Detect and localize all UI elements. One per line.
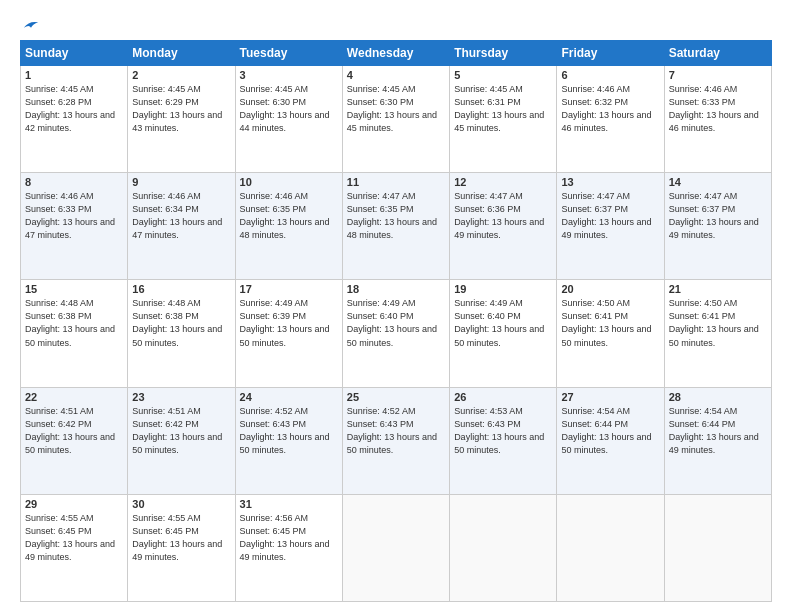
logo-bird-icon xyxy=(22,18,40,32)
day-info: Sunrise: 4:46 AM Sunset: 6:35 PM Dayligh… xyxy=(240,190,338,242)
day-number: 12 xyxy=(454,176,552,188)
day-number: 23 xyxy=(132,391,230,403)
day-number: 4 xyxy=(347,69,445,81)
calendar-week-1: 1 Sunrise: 4:45 AM Sunset: 6:28 PM Dayli… xyxy=(21,66,772,173)
header xyxy=(20,18,772,32)
day-info: Sunrise: 4:52 AM Sunset: 6:43 PM Dayligh… xyxy=(347,405,445,457)
day-number: 14 xyxy=(669,176,767,188)
day-number: 28 xyxy=(669,391,767,403)
day-number: 19 xyxy=(454,283,552,295)
calendar-cell xyxy=(664,494,771,601)
day-number: 21 xyxy=(669,283,767,295)
calendar-cell: 13 Sunrise: 4:47 AM Sunset: 6:37 PM Dayl… xyxy=(557,173,664,280)
day-number: 20 xyxy=(561,283,659,295)
day-number: 16 xyxy=(132,283,230,295)
day-info: Sunrise: 4:46 AM Sunset: 6:34 PM Dayligh… xyxy=(132,190,230,242)
day-number: 6 xyxy=(561,69,659,81)
day-info: Sunrise: 4:45 AM Sunset: 6:30 PM Dayligh… xyxy=(240,83,338,135)
calendar-cell: 14 Sunrise: 4:47 AM Sunset: 6:37 PM Dayl… xyxy=(664,173,771,280)
day-info: Sunrise: 4:45 AM Sunset: 6:29 PM Dayligh… xyxy=(132,83,230,135)
calendar-week-2: 8 Sunrise: 4:46 AM Sunset: 6:33 PM Dayli… xyxy=(21,173,772,280)
calendar-cell: 9 Sunrise: 4:46 AM Sunset: 6:34 PM Dayli… xyxy=(128,173,235,280)
day-info: Sunrise: 4:45 AM Sunset: 6:28 PM Dayligh… xyxy=(25,83,123,135)
day-info: Sunrise: 4:49 AM Sunset: 6:40 PM Dayligh… xyxy=(454,297,552,349)
day-info: Sunrise: 4:54 AM Sunset: 6:44 PM Dayligh… xyxy=(561,405,659,457)
day-number: 13 xyxy=(561,176,659,188)
day-info: Sunrise: 4:47 AM Sunset: 6:36 PM Dayligh… xyxy=(454,190,552,242)
calendar-cell: 31 Sunrise: 4:56 AM Sunset: 6:45 PM Dayl… xyxy=(235,494,342,601)
calendar-cell: 22 Sunrise: 4:51 AM Sunset: 6:42 PM Dayl… xyxy=(21,387,128,494)
day-info: Sunrise: 4:46 AM Sunset: 6:33 PM Dayligh… xyxy=(25,190,123,242)
day-number: 30 xyxy=(132,498,230,510)
calendar-cell: 4 Sunrise: 4:45 AM Sunset: 6:30 PM Dayli… xyxy=(342,66,449,173)
day-number: 1 xyxy=(25,69,123,81)
calendar-header-sunday: Sunday xyxy=(21,41,128,66)
calendar-cell: 6 Sunrise: 4:46 AM Sunset: 6:32 PM Dayli… xyxy=(557,66,664,173)
day-number: 11 xyxy=(347,176,445,188)
day-info: Sunrise: 4:46 AM Sunset: 6:32 PM Dayligh… xyxy=(561,83,659,135)
calendar-cell: 12 Sunrise: 4:47 AM Sunset: 6:36 PM Dayl… xyxy=(450,173,557,280)
day-info: Sunrise: 4:49 AM Sunset: 6:39 PM Dayligh… xyxy=(240,297,338,349)
calendar-header-tuesday: Tuesday xyxy=(235,41,342,66)
calendar-cell: 21 Sunrise: 4:50 AM Sunset: 6:41 PM Dayl… xyxy=(664,280,771,387)
page: SundayMondayTuesdayWednesdayThursdayFrid… xyxy=(0,0,792,612)
calendar-cell xyxy=(450,494,557,601)
calendar-cell: 18 Sunrise: 4:49 AM Sunset: 6:40 PM Dayl… xyxy=(342,280,449,387)
day-number: 17 xyxy=(240,283,338,295)
day-info: Sunrise: 4:49 AM Sunset: 6:40 PM Dayligh… xyxy=(347,297,445,349)
calendar-cell: 17 Sunrise: 4:49 AM Sunset: 6:39 PM Dayl… xyxy=(235,280,342,387)
day-info: Sunrise: 4:51 AM Sunset: 6:42 PM Dayligh… xyxy=(25,405,123,457)
calendar-cell: 19 Sunrise: 4:49 AM Sunset: 6:40 PM Dayl… xyxy=(450,280,557,387)
calendar-cell: 5 Sunrise: 4:45 AM Sunset: 6:31 PM Dayli… xyxy=(450,66,557,173)
calendar-header-monday: Monday xyxy=(128,41,235,66)
day-info: Sunrise: 4:51 AM Sunset: 6:42 PM Dayligh… xyxy=(132,405,230,457)
day-number: 24 xyxy=(240,391,338,403)
day-info: Sunrise: 4:52 AM Sunset: 6:43 PM Dayligh… xyxy=(240,405,338,457)
day-number: 5 xyxy=(454,69,552,81)
day-number: 15 xyxy=(25,283,123,295)
day-info: Sunrise: 4:46 AM Sunset: 6:33 PM Dayligh… xyxy=(669,83,767,135)
calendar-week-4: 22 Sunrise: 4:51 AM Sunset: 6:42 PM Dayl… xyxy=(21,387,772,494)
calendar-cell: 24 Sunrise: 4:52 AM Sunset: 6:43 PM Dayl… xyxy=(235,387,342,494)
day-info: Sunrise: 4:53 AM Sunset: 6:43 PM Dayligh… xyxy=(454,405,552,457)
calendar-cell: 15 Sunrise: 4:48 AM Sunset: 6:38 PM Dayl… xyxy=(21,280,128,387)
day-number: 10 xyxy=(240,176,338,188)
calendar-cell: 30 Sunrise: 4:55 AM Sunset: 6:45 PM Dayl… xyxy=(128,494,235,601)
calendar-cell: 28 Sunrise: 4:54 AM Sunset: 6:44 PM Dayl… xyxy=(664,387,771,494)
calendar-cell: 10 Sunrise: 4:46 AM Sunset: 6:35 PM Dayl… xyxy=(235,173,342,280)
calendar-cell: 11 Sunrise: 4:47 AM Sunset: 6:35 PM Dayl… xyxy=(342,173,449,280)
calendar-cell: 16 Sunrise: 4:48 AM Sunset: 6:38 PM Dayl… xyxy=(128,280,235,387)
day-number: 2 xyxy=(132,69,230,81)
calendar-week-5: 29 Sunrise: 4:55 AM Sunset: 6:45 PM Dayl… xyxy=(21,494,772,601)
day-info: Sunrise: 4:48 AM Sunset: 6:38 PM Dayligh… xyxy=(25,297,123,349)
calendar-header-wednesday: Wednesday xyxy=(342,41,449,66)
logo xyxy=(20,18,40,32)
day-number: 7 xyxy=(669,69,767,81)
day-number: 29 xyxy=(25,498,123,510)
day-number: 27 xyxy=(561,391,659,403)
day-number: 31 xyxy=(240,498,338,510)
day-info: Sunrise: 4:50 AM Sunset: 6:41 PM Dayligh… xyxy=(561,297,659,349)
calendar-cell: 25 Sunrise: 4:52 AM Sunset: 6:43 PM Dayl… xyxy=(342,387,449,494)
day-number: 8 xyxy=(25,176,123,188)
calendar-header-saturday: Saturday xyxy=(664,41,771,66)
calendar-cell: 29 Sunrise: 4:55 AM Sunset: 6:45 PM Dayl… xyxy=(21,494,128,601)
day-number: 25 xyxy=(347,391,445,403)
day-info: Sunrise: 4:50 AM Sunset: 6:41 PM Dayligh… xyxy=(669,297,767,349)
calendar-cell xyxy=(342,494,449,601)
calendar-cell: 1 Sunrise: 4:45 AM Sunset: 6:28 PM Dayli… xyxy=(21,66,128,173)
calendar-header-friday: Friday xyxy=(557,41,664,66)
calendar-cell: 23 Sunrise: 4:51 AM Sunset: 6:42 PM Dayl… xyxy=(128,387,235,494)
calendar-cell: 27 Sunrise: 4:54 AM Sunset: 6:44 PM Dayl… xyxy=(557,387,664,494)
day-info: Sunrise: 4:47 AM Sunset: 6:37 PM Dayligh… xyxy=(561,190,659,242)
calendar-cell: 7 Sunrise: 4:46 AM Sunset: 6:33 PM Dayli… xyxy=(664,66,771,173)
day-number: 3 xyxy=(240,69,338,81)
day-number: 9 xyxy=(132,176,230,188)
calendar-cell: 2 Sunrise: 4:45 AM Sunset: 6:29 PM Dayli… xyxy=(128,66,235,173)
day-info: Sunrise: 4:47 AM Sunset: 6:37 PM Dayligh… xyxy=(669,190,767,242)
calendar-cell: 8 Sunrise: 4:46 AM Sunset: 6:33 PM Dayli… xyxy=(21,173,128,280)
day-info: Sunrise: 4:48 AM Sunset: 6:38 PM Dayligh… xyxy=(132,297,230,349)
calendar-cell: 26 Sunrise: 4:53 AM Sunset: 6:43 PM Dayl… xyxy=(450,387,557,494)
calendar-cell xyxy=(557,494,664,601)
day-number: 18 xyxy=(347,283,445,295)
